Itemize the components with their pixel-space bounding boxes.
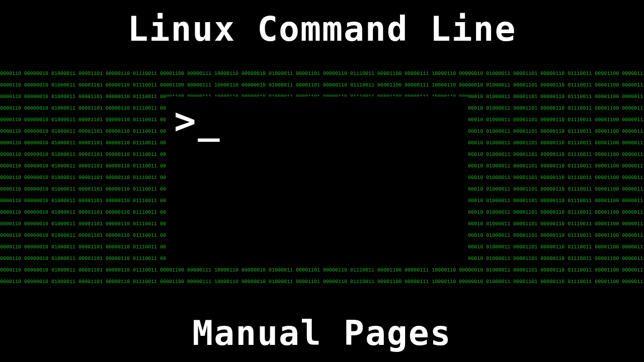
title-bottom: Manual Pages (0, 313, 644, 353)
prompt-symbol: >_ (174, 100, 222, 142)
binary-row: 10000110 00000010 01000011 00001101 0000… (0, 68, 644, 79)
binary-row: 10000110 00000010 01000011 00001101 0000… (0, 276, 644, 288)
title-top: Linux Command Line (0, 9, 644, 49)
binary-row: 10000110 00000010 01000011 00001101 0000… (0, 79, 644, 91)
terminal-window: >_ (166, 97, 468, 267)
